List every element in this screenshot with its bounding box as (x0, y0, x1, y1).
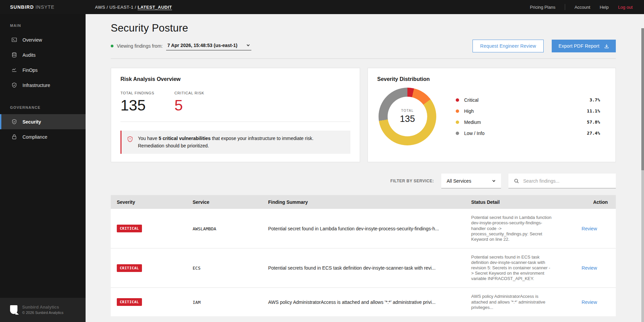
legend-dot-critical (456, 98, 459, 102)
service-filter-select[interactable]: All Services (441, 174, 501, 188)
shield-check-icon (11, 119, 17, 125)
chevron-down-icon (246, 43, 250, 47)
table-header-row: Severity Service Finding Summary Status … (111, 195, 616, 209)
legend-value: 27.4% (587, 131, 600, 136)
total-findings-metric: TOTAL FINDINGS 135 (120, 91, 154, 113)
request-review-button[interactable]: Request Engineer Review (473, 40, 544, 52)
sidebar-item-infrastructure[interactable]: Infrastructure (0, 78, 86, 93)
sidebar: MAIN Overview Audits FinOps Infrastructu… (0, 14, 86, 322)
critical-alert-banner: You have 5 critical vulnerabilities that… (120, 131, 350, 154)
topbar-divider (565, 4, 565, 10)
scrollbar-thumb[interactable] (641, 28, 644, 170)
sidebar-item-compliance[interactable]: Compliance (0, 129, 86, 144)
viewing-findings-label: Viewing findings from: (117, 43, 163, 49)
audit-snapshot-select[interactable]: 7 Apr 2026, 15:48:53 (us-east-1) (166, 42, 251, 50)
breadcrumb: AWS / US-EAST-1 / LATEST_AUDIT (95, 5, 172, 10)
sidebar-item-label: Audits (22, 52, 36, 58)
service-filter-value: All Services (447, 178, 471, 184)
brand-secondary: INSYTE (36, 4, 55, 10)
status-detail-cell: Potential secrets found in ECS task defi… (471, 255, 552, 282)
severity-donut-chart: TOTAL 135 (379, 88, 436, 145)
sidebar-item-label: FinOps (22, 67, 38, 73)
header-divider (111, 58, 616, 59)
service-cell: AWSLAMBDA (193, 226, 216, 231)
pricing-plans-link[interactable]: Pricing Plans (530, 5, 555, 10)
table-row: CRITICAL AWSLAMBDA Potential secret foun… (111, 209, 616, 248)
finding-summary-cell: AWS policy AdministratorAccess is attach… (268, 300, 436, 305)
donut-center: TOTAL 135 (388, 97, 427, 136)
sidebar-section-main: MAIN (0, 14, 86, 32)
viewing-findings: Viewing findings from: 7 Apr 2026, 15:48… (111, 42, 251, 50)
terminal-icon (11, 37, 17, 43)
breadcrumb-current-link[interactable]: LATEST_AUDIT (138, 5, 172, 10)
legend-dot-medium (456, 121, 459, 124)
sidebar-item-security[interactable]: Security (0, 114, 86, 129)
col-header-action: Action (557, 195, 616, 209)
legend-value: 57.8% (587, 120, 600, 125)
legend-item-high: High 11.1% (456, 107, 600, 114)
sidebar-item-audits[interactable]: Audits (0, 47, 86, 62)
critical-risk-metric: CRITICAL RISK 5 (175, 91, 204, 113)
status-detail-cell: Potential secret found in Lambda functio… (471, 215, 552, 242)
col-header-severity: Severity (111, 195, 188, 209)
filter-by-service-label: FILTER BY SERVICE: (390, 179, 434, 183)
main-area: Security Posture Viewing findings from: … (86, 14, 644, 322)
lock-icon (11, 134, 17, 140)
severity-badge: CRITICAL (117, 298, 142, 306)
col-header-detail: Status Detail (466, 195, 557, 209)
legend-value: 11.1% (587, 108, 600, 113)
table-row: CRITICAL IAM AWS policy AdministratorAcc… (111, 288, 616, 316)
search-icon (514, 178, 519, 184)
export-pdf-button[interactable]: Export PDF Report (552, 40, 616, 52)
brand-primary: SUNBIRD (10, 4, 34, 10)
line-chart-icon (11, 67, 17, 73)
sidebar-item-overview[interactable]: Overview (0, 32, 86, 47)
sidebar-item-label: Infrastructure (22, 83, 50, 88)
legend-dot-high (456, 109, 459, 113)
card-divider (120, 122, 350, 122)
help-link[interactable]: Help (600, 5, 609, 10)
risk-card-title: Risk Analysis Overview (120, 76, 350, 82)
review-link[interactable]: Review (582, 300, 597, 305)
service-cell: IAM (193, 300, 200, 305)
page-title: Security Posture (111, 22, 616, 34)
legend-label: Low / Info (464, 131, 485, 136)
legend-item-medium: Medium 57.8% (456, 119, 600, 126)
severity-distribution-card: Severity Distribution TOTAL 135 (367, 68, 616, 162)
footer-company: Sunbird Analytics (22, 305, 63, 310)
risk-analysis-card: Risk Analysis Overview TOTAL FINDINGS 13… (111, 68, 360, 162)
legend-item-low-info: Low / Info 27.4% (456, 130, 600, 137)
total-findings-value: 135 (120, 98, 154, 113)
legend-dot-low-info (456, 132, 459, 135)
severity-legend: Critical 3.7% High 11.1% Medium (456, 96, 606, 137)
donut-center-value: 135 (400, 114, 415, 124)
account-link[interactable]: Account (575, 5, 590, 10)
findings-table: Severity Service Finding Summary Status … (111, 195, 616, 316)
legend-label: Critical (464, 97, 479, 103)
service-cell: ECS (193, 266, 200, 271)
export-pdf-label: Export PDF Report (558, 43, 599, 49)
severity-card-title: Severity Distribution (377, 76, 606, 82)
sidebar-item-finops[interactable]: FinOps (0, 62, 86, 78)
page-scrollbar[interactable] (641, 28, 644, 322)
topbar-links: Pricing Plans Account Help Log out (530, 4, 644, 10)
legend-label: Medium (464, 120, 481, 125)
chevron-down-icon (492, 179, 496, 183)
critical-risk-value: 5 (175, 98, 204, 113)
review-link[interactable]: Review (582, 265, 597, 271)
col-header-summary: Finding Summary (263, 195, 466, 209)
sunbird-logo-icon (10, 305, 17, 314)
brand-logo: SUNBIRD INSYTE (0, 4, 86, 10)
logout-link[interactable]: Log out (618, 5, 633, 10)
sidebar-footer: Sunbird Analytics © 2026 Sunbird Analyti… (0, 298, 86, 322)
review-link[interactable]: Review (582, 226, 597, 231)
database-icon (11, 52, 17, 58)
shield-icon (11, 82, 17, 88)
shield-alert-icon (127, 136, 133, 142)
status-detail-cell: AWS policy AdministratorAccess is attach… (471, 294, 552, 310)
donut-center-label: TOTAL (401, 109, 413, 112)
search-findings-input[interactable] (523, 178, 610, 184)
sidebar-spacer (0, 93, 86, 96)
finding-summary-cell: Potential secret found in Lambda functio… (268, 226, 439, 231)
footer-copyright: © 2026 Sunbird Analytics (22, 311, 63, 315)
